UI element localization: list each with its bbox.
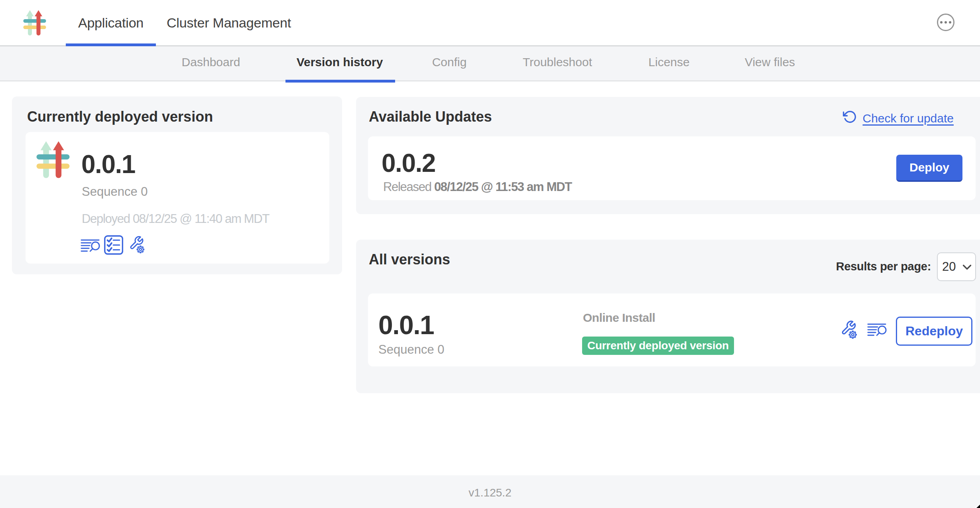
active-subtab-underline: [285, 80, 395, 83]
tab-cluster-management[interactable]: Cluster Management: [156, 0, 302, 45]
release-notes-icon[interactable]: [81, 239, 100, 254]
update-version-number: 0.0.2: [382, 150, 435, 176]
kots-admin-console: Application Cluster Management Dashboard…: [0, 0, 980, 508]
available-updates-title: Available Updates: [369, 108, 492, 125]
active-tab-underline: [66, 43, 156, 46]
refresh-icon: [843, 110, 857, 127]
subtab-view-files[interactable]: View files: [745, 46, 795, 78]
results-per-page-label: Results per page:: [836, 260, 931, 273]
app-version-icon: [36, 140, 70, 179]
mouse-cursor: [975, 504, 980, 508]
preflight-checks-icon[interactable]: [104, 235, 123, 256]
check-for-update-link[interactable]: Check for update: [843, 110, 954, 127]
ellipsis-icon: [945, 21, 947, 24]
row-version-number: 0.0.1: [378, 312, 434, 338]
row-sequence: Sequence 0: [378, 343, 444, 356]
redeploy-button[interactable]: Redeploy: [896, 317, 972, 346]
subtab-license[interactable]: License: [648, 46, 689, 78]
view-config-icon[interactable]: [129, 236, 145, 256]
tab-application[interactable]: Application: [66, 0, 156, 45]
deployed-date: Deployed 08/12/25 @ 11:40 am MDT: [82, 213, 269, 225]
app-logo-icon: [23, 10, 46, 36]
update-released-date: Released 08/12/25 @ 11:53 am MDT: [383, 181, 572, 193]
deployed-card-actions: [81, 235, 240, 256]
subtab-dashboard[interactable]: Dashboard: [182, 46, 240, 78]
deployed-sequence: Sequence 0: [82, 185, 148, 198]
deployed-version-number: 0.0.1: [81, 152, 135, 177]
row-install-type: Online Install: [583, 312, 655, 324]
subtab-config[interactable]: Config: [432, 46, 467, 78]
app-subnav: Dashboard Version history Config Trouble…: [0, 46, 980, 81]
header: Application Cluster Management: [0, 0, 980, 46]
subtab-version-history[interactable]: Version history: [297, 46, 383, 78]
row-view-config-icon[interactable]: [840, 320, 857, 342]
row-release-notes-icon[interactable]: [867, 323, 887, 338]
ellipsis-icon: [949, 21, 951, 24]
results-per-page-select[interactable]: 20: [937, 252, 976, 281]
more-menu-button[interactable]: [937, 14, 954, 31]
chevron-down-icon: [962, 264, 972, 270]
subtab-troubleshoot[interactable]: Troubleshoot: [523, 46, 592, 78]
currently-deployed-title: Currently deployed version: [27, 108, 213, 125]
currently-deployed-badge: Currently deployed version: [582, 337, 734, 355]
all-versions-title: All versions: [369, 251, 450, 268]
console-version: v1.125.2: [468, 486, 511, 499]
deploy-button[interactable]: Deploy: [896, 155, 962, 182]
ellipsis-icon: [940, 21, 943, 24]
footer: v1.125.2: [0, 475, 980, 508]
